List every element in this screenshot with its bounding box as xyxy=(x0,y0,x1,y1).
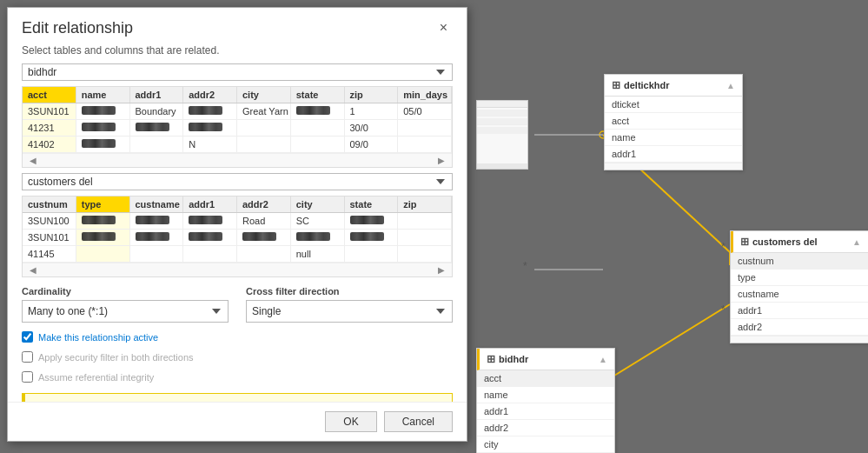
deltickhdr-title: deltickhdr xyxy=(624,80,670,90)
cardinality-col: Cardinality Many to one (*:1) One to one… xyxy=(22,286,229,323)
cell xyxy=(183,103,237,119)
cell xyxy=(183,213,237,229)
security-label[interactable]: Apply security filter in both directions xyxy=(38,352,194,363)
cardinality-select[interactable]: Many to one (*:1) One to one (1:1) One t… xyxy=(22,300,229,323)
col-zip: zip xyxy=(345,87,399,103)
col-addr2: addr2 xyxy=(183,87,237,103)
customers-del-title: customers del xyxy=(752,236,818,247)
table2-selector[interactable]: customers del xyxy=(22,173,453,190)
cell xyxy=(76,137,130,152)
cross-filter-label: Cross filter direction xyxy=(246,286,453,296)
bidhdr-field-name: name xyxy=(477,387,614,403)
bidhdr-field-city: city xyxy=(477,436,614,453)
customers-del-field-custname: custname xyxy=(731,286,868,303)
deltickhdr-field-name: name xyxy=(605,130,742,146)
cell: 41402 xyxy=(23,137,76,152)
cell xyxy=(130,120,184,136)
col2-type: type xyxy=(76,197,130,212)
table1-selector[interactable]: bidhdr xyxy=(22,63,453,81)
cell xyxy=(76,213,130,229)
cell xyxy=(398,246,452,262)
cancel-button[interactable]: Cancel xyxy=(384,411,453,432)
cell: N xyxy=(183,137,237,152)
bidhdr-header: ⊞ bidhdr ▲ xyxy=(477,349,614,370)
cell xyxy=(398,230,452,245)
active-label[interactable]: Make this relationship active xyxy=(38,332,158,343)
dialog-title: Edit relationship xyxy=(22,19,133,37)
col2-addr1: addr1 xyxy=(183,197,237,212)
close-button[interactable]: × xyxy=(434,18,453,37)
cell xyxy=(130,246,184,262)
cell xyxy=(130,137,184,152)
cell xyxy=(237,120,291,136)
customers-del-field-addr2: addr2 xyxy=(731,319,868,336)
cell xyxy=(183,246,237,262)
cell: 41231 xyxy=(23,120,76,136)
deltickhdr-field-acct: acct xyxy=(605,113,742,130)
cell xyxy=(76,230,130,245)
bidhdr-node: ⊞ bidhdr ▲ acct name addr1 addr2 city xyxy=(476,348,615,453)
deltickhdr-node: ⊞ deltickhdr ▲ dticket acct name addr1 xyxy=(604,74,743,170)
cell xyxy=(130,230,184,245)
table2-grid-header: custnum type custname addr1 addr2 city s… xyxy=(23,197,452,213)
scroll-right-2[interactable]: ▶ xyxy=(434,265,448,275)
scroll-left[interactable]: ◀ xyxy=(26,156,40,165)
cell xyxy=(291,120,345,136)
cell xyxy=(345,213,399,229)
security-checkbox-row: Apply security filter in both directions xyxy=(22,351,194,363)
referential-checkbox[interactable] xyxy=(22,371,33,383)
dialog-subtitle: Select tables and columns that are relat… xyxy=(8,43,467,63)
cell: 3SUN101 xyxy=(23,230,76,245)
col2-custname: custname xyxy=(130,197,184,212)
table-icon-2: ⊞ xyxy=(740,236,749,248)
customers-del-header: ⊞ customers del ▲ xyxy=(731,231,868,253)
table2-scroll-hint: ◀ ▶ xyxy=(23,263,452,276)
referential-label[interactable]: Assume referential integrity xyxy=(38,372,154,383)
security-checkbox[interactable] xyxy=(22,351,33,363)
cell: 3SUN100 xyxy=(23,213,76,229)
bidhdr-title: bidhdr xyxy=(499,354,528,364)
edit-relationship-dialog: Edit relationship × Select tables and co… xyxy=(7,7,467,442)
cell xyxy=(130,213,184,229)
active-checkbox-row: Make this relationship active xyxy=(22,331,453,343)
deltickhdr-field-addr1: addr1 xyxy=(605,146,742,163)
cell xyxy=(237,246,291,262)
scroll-left-2[interactable]: ◀ xyxy=(26,265,40,275)
scroll-right[interactable]: ▶ xyxy=(434,156,448,165)
cell xyxy=(291,103,345,119)
ok-button[interactable]: OK xyxy=(325,411,376,432)
cell: null xyxy=(291,246,345,262)
cell: 30/0 xyxy=(345,120,399,136)
cell xyxy=(291,137,345,152)
bidhdr-field-acct: acct xyxy=(477,370,614,387)
table-icon-3: ⊞ xyxy=(487,353,495,365)
col-acct: acct xyxy=(23,87,76,103)
deltickhdr-field-dticket: dticket xyxy=(605,97,742,113)
cell xyxy=(183,230,237,245)
cell xyxy=(237,137,291,152)
col-min-days: min_days xyxy=(398,87,452,103)
table-row: 41402 N 09/0 xyxy=(23,137,452,153)
table-row: 41231 30/0 xyxy=(23,120,452,137)
cell xyxy=(76,103,130,119)
col2-zip: zip xyxy=(398,197,452,212)
cell: Boundary xyxy=(130,103,184,119)
table-row: 3SUN101 Boundary Great Yarn 1 05/0 xyxy=(23,103,452,120)
cell xyxy=(183,120,237,136)
cell xyxy=(398,213,452,229)
cell xyxy=(345,246,399,262)
cell: 09/0 xyxy=(345,137,399,152)
cell: 41145 xyxy=(23,246,76,262)
cell xyxy=(291,230,345,245)
col2-state: state xyxy=(345,197,399,212)
cross-filter-select[interactable]: Single Both xyxy=(246,300,453,323)
referential-checkbox-row: Assume referential integrity xyxy=(22,371,453,383)
small-node xyxy=(476,100,528,170)
table1-grid-body: 3SUN101 Boundary Great Yarn 1 05/0 41231 xyxy=(23,103,452,153)
col2-custnum: custnum xyxy=(23,197,76,212)
cell xyxy=(398,120,452,136)
customers-del-node: ⊞ customers del ▲ custnum type custname … xyxy=(730,230,868,343)
table-icon: ⊞ xyxy=(612,79,620,91)
table1-scroll-hint: ◀ ▶ xyxy=(23,153,452,167)
active-checkbox[interactable] xyxy=(22,331,33,343)
